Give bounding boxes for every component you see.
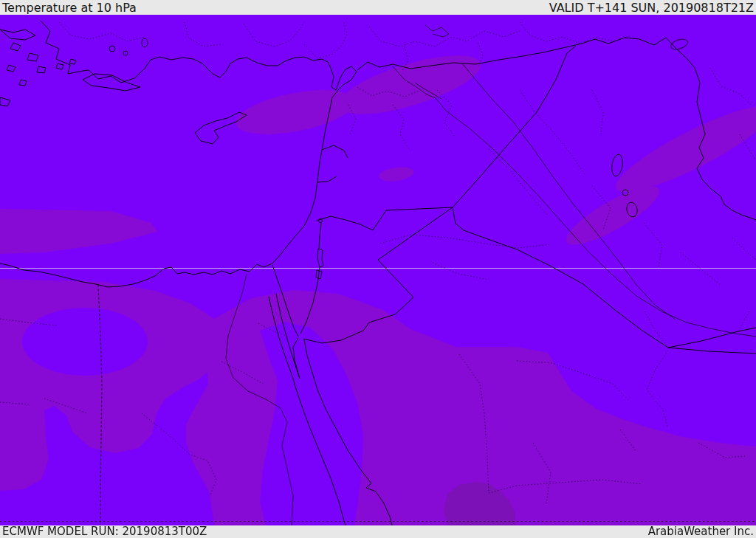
footer-bar: ECMWF MODEL RUN: 20190813T00Z ArabiaWeat…	[0, 525, 756, 538]
valid-time-label: VALID T+141 SUN, 20190818T21Z	[549, 1, 754, 15]
map-title: Temperature at 10 hPa	[2, 1, 137, 15]
credit-label: ArabiaWeather Inc.	[648, 525, 754, 538]
temperature-map	[0, 15, 756, 525]
model-run-label: ECMWF MODEL RUN: 20190813T00Z	[2, 525, 207, 538]
weather-map-window: Temperature at 10 hPa VALID T+141 SUN, 2…	[0, 0, 756, 538]
header-bar: Temperature at 10 hPa VALID T+141 SUN, 2…	[0, 0, 756, 15]
